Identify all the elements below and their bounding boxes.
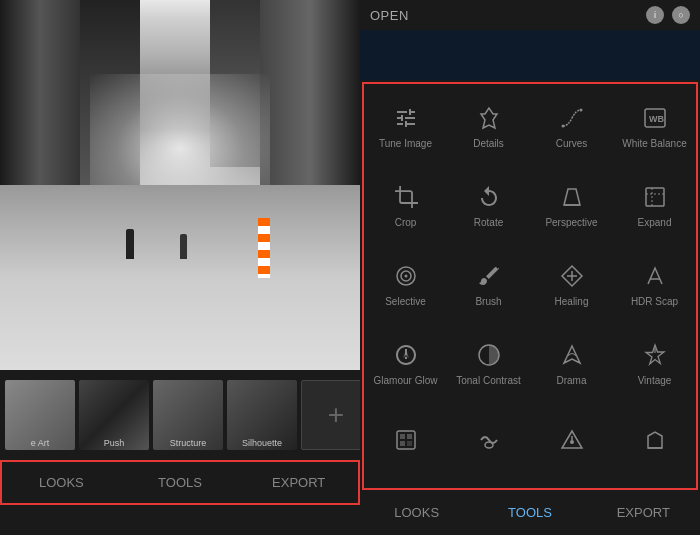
filter4-icon	[643, 428, 667, 456]
header-icon-group: i ○	[646, 6, 690, 24]
tool-healing[interactable]: Healing	[530, 247, 613, 326]
left-bottom-nav: LOOKS TOOLS EXPORT	[0, 460, 360, 505]
open-button[interactable]: OPEN	[370, 8, 409, 23]
expand-label: Expand	[638, 217, 672, 229]
right-nav-export[interactable]: EXPORT	[587, 497, 700, 528]
svg-rect-16	[400, 441, 405, 446]
left-nav-tools[interactable]: TOOLS	[121, 467, 240, 498]
svg-point-20	[570, 440, 574, 444]
healing-icon	[560, 264, 584, 292]
tool-details[interactable]: Details	[447, 89, 530, 168]
wb-label: White Balance	[622, 138, 686, 150]
glamour-label: Glamour Glow	[374, 375, 438, 387]
selective-icon	[394, 264, 418, 292]
right-nav-tools[interactable]: TOOLS	[473, 497, 586, 528]
hdr-icon	[643, 264, 667, 292]
right-panel: OPEN i ○ Tune Image Details	[360, 0, 700, 535]
selective-label: Selective	[385, 296, 426, 308]
tool-filter2[interactable]	[447, 404, 530, 483]
left-nav-looks[interactable]: LOOKS	[2, 467, 121, 498]
drama-label: Drama	[556, 375, 586, 387]
filter2-icon	[477, 428, 501, 456]
tune-label: Tune Image	[379, 138, 432, 150]
hdr-label: HDR Scap	[631, 296, 678, 308]
filter1-icon	[394, 428, 418, 456]
details-icon	[477, 106, 501, 134]
tools-panel: Tune Image Details Curves WB White Balan…	[362, 82, 698, 490]
svg-rect-5	[646, 188, 664, 206]
tool-selective[interactable]: Selective	[364, 247, 447, 326]
expand-icon	[643, 185, 667, 213]
svg-rect-17	[407, 441, 412, 446]
rotate-label: Rotate	[474, 217, 503, 229]
tonal-icon	[477, 343, 501, 371]
tool-brush[interactable]: Brush	[447, 247, 530, 326]
plus-icon: +	[328, 399, 344, 431]
thumb-structure[interactable]: Structure	[153, 380, 223, 450]
photo-canvas	[0, 0, 360, 370]
svg-point-1	[579, 109, 582, 112]
vintage-label: Vintage	[638, 375, 672, 387]
perspective-label: Perspective	[545, 217, 597, 229]
svg-point-0	[561, 125, 564, 128]
tool-filter1[interactable]	[364, 404, 447, 483]
right-nav-looks[interactable]: LOOKS	[360, 497, 473, 528]
crop-label: Crop	[395, 217, 417, 229]
healing-label: Healing	[555, 296, 589, 308]
tool-hdr[interactable]: HDR Scap	[613, 247, 696, 326]
tools-grid: Tune Image Details Curves WB White Balan…	[364, 84, 696, 488]
svg-rect-14	[400, 434, 405, 439]
tool-tonal[interactable]: Tonal Contrast	[447, 325, 530, 404]
tool-drama[interactable]: Drama	[530, 325, 613, 404]
tool-perspective[interactable]: Perspective	[530, 168, 613, 247]
wb-icon: WB	[643, 106, 667, 134]
tool-curves[interactable]: Curves	[530, 89, 613, 168]
tool-filter3[interactable]	[530, 404, 613, 483]
details-label: Details	[473, 138, 504, 150]
tool-rotate[interactable]: Rotate	[447, 168, 530, 247]
crop-icon	[394, 185, 418, 213]
left-panel: e Art Push Structure Silhouette + LOOKS …	[0, 0, 360, 535]
thumb-art[interactable]: e Art	[5, 380, 75, 450]
drama-icon	[560, 343, 584, 371]
add-filter-button[interactable]: +	[301, 380, 360, 450]
thumb-silhouette[interactable]: Silhouette	[227, 380, 297, 450]
right-header: OPEN i ○	[360, 0, 700, 30]
tool-crop[interactable]: Crop	[364, 168, 447, 247]
filter3-icon	[560, 428, 584, 456]
svg-rect-15	[407, 434, 412, 439]
left-nav-export[interactable]: EXPORT	[239, 467, 358, 498]
thumb-push[interactable]: Push	[79, 380, 149, 450]
tool-filter4[interactable]	[613, 404, 696, 483]
svg-point-18	[485, 442, 493, 448]
info-icon[interactable]: i	[646, 6, 664, 24]
curves-icon	[560, 106, 584, 134]
svg-point-8	[404, 274, 407, 277]
filter-thumbnails: e Art Push Structure Silhouette +	[0, 370, 360, 460]
curves-label: Curves	[556, 138, 588, 150]
dark-preview-area	[360, 30, 700, 80]
tool-expand[interactable]: Expand	[613, 168, 696, 247]
tool-vintage[interactable]: Vintage	[613, 325, 696, 404]
tool-white-balance[interactable]: WB White Balance	[613, 89, 696, 168]
person-icon[interactable]: ○	[672, 6, 690, 24]
brush-icon	[477, 264, 501, 292]
tune-icon	[394, 106, 418, 134]
photo-image	[0, 0, 360, 370]
vintage-icon	[643, 343, 667, 371]
right-bottom-nav: LOOKS TOOLS EXPORT	[360, 490, 700, 535]
glamour-icon	[394, 343, 418, 371]
tool-glamour[interactable]: Glamour Glow	[364, 325, 447, 404]
tonal-label: Tonal Contrast	[456, 375, 520, 387]
rotate-icon	[477, 185, 501, 213]
tool-tune-image[interactable]: Tune Image	[364, 89, 447, 168]
svg-rect-13	[397, 431, 415, 449]
svg-text:WB: WB	[649, 114, 664, 124]
perspective-icon	[560, 185, 584, 213]
brush-label: Brush	[475, 296, 501, 308]
